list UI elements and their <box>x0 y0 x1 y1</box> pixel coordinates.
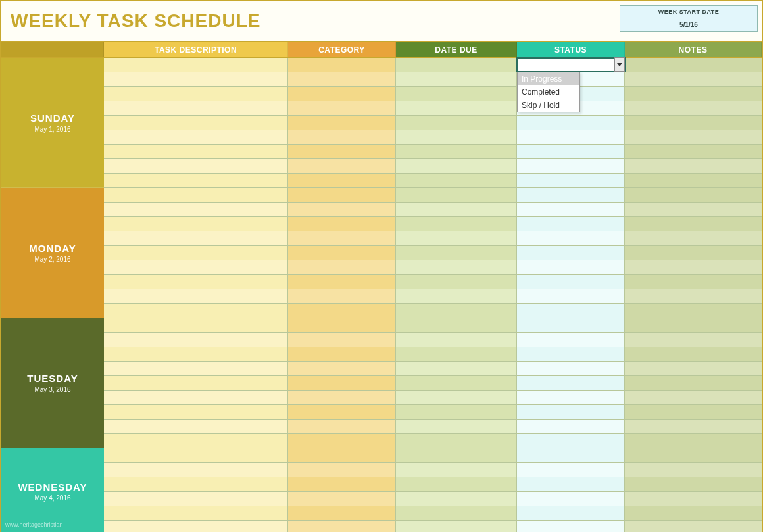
task-cell[interactable] <box>104 405 288 419</box>
due-cell[interactable] <box>396 130 517 144</box>
status-cell[interactable] <box>517 188 625 202</box>
category-cell[interactable] <box>288 521 396 532</box>
category-cell[interactable] <box>288 376 396 390</box>
notes-cell[interactable] <box>625 87 762 101</box>
status-cell[interactable] <box>517 420 625 433</box>
task-cell[interactable] <box>104 116 288 130</box>
status-cell[interactable] <box>517 145 625 158</box>
due-cell[interactable] <box>396 174 517 187</box>
category-cell[interactable] <box>288 116 396 130</box>
category-cell[interactable] <box>288 101 396 115</box>
due-cell[interactable] <box>396 116 517 130</box>
due-cell[interactable] <box>396 217 517 231</box>
task-cell[interactable] <box>104 231 288 245</box>
notes-cell[interactable] <box>625 521 762 532</box>
dropdown-button[interactable] <box>614 57 625 72</box>
due-cell[interactable] <box>396 260 517 274</box>
status-cell[interactable] <box>517 477 625 491</box>
notes-cell[interactable] <box>625 362 762 375</box>
due-cell[interactable] <box>396 376 517 390</box>
category-cell[interactable] <box>288 405 396 419</box>
category-cell[interactable] <box>288 434 396 448</box>
notes-cell[interactable] <box>625 376 762 390</box>
category-cell[interactable] <box>288 477 396 491</box>
status-option[interactable]: Skip / Hold <box>518 99 579 112</box>
task-cell[interactable] <box>104 217 288 231</box>
status-dropdown-list[interactable]: In ProgressCompletedSkip / Hold <box>517 72 580 112</box>
status-cell[interactable] <box>517 289 625 303</box>
status-cell[interactable] <box>517 463 625 477</box>
status-cell[interactable] <box>517 231 625 245</box>
status-cell[interactable] <box>517 405 625 419</box>
status-option[interactable]: In Progress <box>518 72 579 85</box>
due-cell[interactable] <box>396 304 517 318</box>
due-cell[interactable] <box>396 477 517 491</box>
category-cell[interactable] <box>288 159 396 173</box>
task-cell[interactable] <box>104 72 288 86</box>
category-cell[interactable] <box>288 463 396 477</box>
status-cell[interactable] <box>517 333 625 347</box>
notes-cell[interactable] <box>625 246 762 260</box>
notes-cell[interactable] <box>625 289 762 303</box>
category-cell[interactable] <box>288 87 396 101</box>
task-cell[interactable] <box>104 203 288 216</box>
due-cell[interactable] <box>396 405 517 419</box>
due-cell[interactable] <box>396 289 517 303</box>
category-cell[interactable] <box>288 506 396 520</box>
notes-cell[interactable] <box>625 333 762 347</box>
category-cell[interactable] <box>288 246 396 260</box>
status-cell[interactable] <box>517 347 625 361</box>
notes-cell[interactable] <box>625 203 762 216</box>
category-cell[interactable] <box>288 333 396 347</box>
task-cell[interactable] <box>104 87 288 101</box>
notes-cell[interactable] <box>625 72 762 86</box>
status-cell[interactable] <box>517 521 625 532</box>
due-cell[interactable] <box>396 101 517 115</box>
category-cell[interactable] <box>288 289 396 303</box>
due-cell[interactable] <box>396 231 517 245</box>
notes-cell[interactable] <box>625 405 762 419</box>
task-cell[interactable] <box>104 289 288 303</box>
due-cell[interactable] <box>396 72 517 86</box>
status-cell[interactable] <box>517 304 625 318</box>
due-cell[interactable] <box>396 463 517 477</box>
task-cell[interactable] <box>104 463 288 477</box>
notes-cell[interactable] <box>625 260 762 274</box>
task-cell[interactable] <box>104 304 288 318</box>
task-cell[interactable] <box>104 477 288 491</box>
notes-cell[interactable] <box>625 347 762 361</box>
due-cell[interactable] <box>396 246 517 260</box>
due-cell[interactable] <box>396 521 517 532</box>
status-cell[interactable] <box>517 116 625 130</box>
due-cell[interactable] <box>396 362 517 375</box>
notes-cell[interactable] <box>625 391 762 404</box>
task-cell[interactable] <box>104 521 288 532</box>
category-cell[interactable] <box>288 174 396 187</box>
category-cell[interactable] <box>288 391 396 404</box>
notes-cell[interactable] <box>625 188 762 202</box>
status-cell[interactable] <box>517 174 625 187</box>
notes-cell[interactable] <box>625 130 762 144</box>
status-cell[interactable] <box>517 203 625 216</box>
status-cell[interactable] <box>517 275 625 289</box>
notes-cell[interactable] <box>625 159 762 173</box>
task-cell[interactable] <box>104 434 288 448</box>
due-cell[interactable] <box>396 333 517 347</box>
status-cell[interactable] <box>517 159 625 173</box>
task-cell[interactable] <box>104 492 288 506</box>
task-cell[interactable] <box>104 130 288 144</box>
due-cell[interactable] <box>396 87 517 101</box>
category-cell[interactable] <box>288 448 396 462</box>
due-cell[interactable] <box>396 347 517 361</box>
status-cell[interactable]: In ProgressCompletedSkip / Hold <box>517 58 625 72</box>
category-cell[interactable] <box>288 420 396 433</box>
due-cell[interactable] <box>396 145 517 158</box>
category-cell[interactable] <box>288 347 396 361</box>
due-cell[interactable] <box>396 203 517 216</box>
due-cell[interactable] <box>396 391 517 404</box>
status-cell[interactable] <box>517 434 625 448</box>
category-cell[interactable] <box>288 72 396 86</box>
task-cell[interactable] <box>104 275 288 289</box>
notes-cell[interactable] <box>625 304 762 318</box>
task-cell[interactable] <box>104 376 288 390</box>
